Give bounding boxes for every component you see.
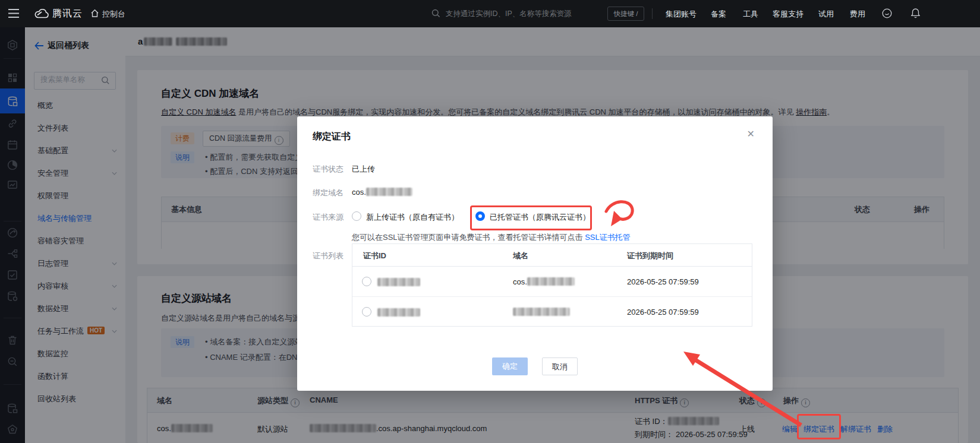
cert-table-header-row: 证书ID 域名 证书到期时间 [352,244,752,267]
confirm-button[interactable]: 确定 [492,357,528,375]
bind-domain-label: 绑定域名 [313,188,344,198]
nav-tools[interactable]: 工具 [743,9,758,20]
bind-certificate-modal: 绑定证书 ✕ 证书状态 已上传 绑定域名 cos. 证书来源 新上传证书（原自有… [297,116,773,391]
bind-domain-value: cos. [352,188,412,197]
cert-table-row[interactable]: cos. 2026-05-25 07:59:59 [352,267,752,297]
nav-billing[interactable]: 费用 [850,9,865,20]
tencent-cloud-logo-icon[interactable] [33,7,50,20]
cert-status-label: 证书状态 [313,164,344,175]
radio-new-upload-cert[interactable] [352,211,361,221]
nav-support[interactable]: 客服支持 [773,9,803,20]
shortcut-key-button[interactable]: 快捷键 / [607,7,644,21]
modal-title: 绑定证书 [313,131,351,143]
topbar-divider [652,8,653,19]
brand-name[interactable]: 腾讯云 [52,8,83,20]
radio-new-upload-label[interactable]: 新上传证书（原自有证书） [366,212,459,223]
console-screen: 腾讯云 控制台 快捷键 / 集团账号 备案 工具 客服支持 试用 费用 [0,0,980,443]
cell-expire: 2026-05-25 07:59:59 [627,308,699,317]
assistant-icon[interactable] [882,8,892,18]
cert-status-value: 已上传 [352,164,375,175]
home-icon [90,9,99,18]
radio-cert-row-1[interactable] [362,277,371,286]
close-icon[interactable]: ✕ [747,129,755,139]
annotation-box-hosted-radio [470,205,592,230]
redacted-cert-id [377,278,420,286]
cancel-button[interactable]: 取消 [542,357,578,375]
column-expire-time: 证书到期时间 [627,251,673,261]
cert-source-label: 证书来源 [313,212,344,223]
cell-domain [513,308,570,317]
column-cert-id: 证书ID [363,251,386,261]
annotation-box-bind-cert-link [797,414,841,439]
notification-bell-icon[interactable] [910,8,921,18]
cell-expire: 2026-05-25 07:59:59 [627,277,699,286]
nav-icp-filing[interactable]: 备案 [711,9,726,20]
nav-group-account[interactable]: 集团账号 [666,9,697,20]
ssl-cert-hosting-link[interactable]: SSL证书托管 [585,233,631,242]
cert-list-label: 证书列表 [313,251,344,261]
search-icon [431,9,440,18]
cert-list-table: 证书ID 域名 证书到期时间 cos. 2026-05-25 07:59:59 … [352,243,752,327]
top-navbar: 腾讯云 控制台 快捷键 / 集团账号 备案 工具 客服支持 试用 费用 [0,0,980,27]
console-link[interactable]: 控制台 [102,9,125,20]
hamburger-menu-icon[interactable] [8,9,19,18]
cert-helper-text: 您可以在SSL证书管理页面申请免费证书，查看托管证书详情可点击 SSL证书托管 [352,232,631,243]
redacted-cert-id [377,308,420,317]
nav-trial[interactable]: 试用 [818,9,834,20]
global-search-input[interactable] [445,9,601,18]
cert-table-row[interactable]: 2026-05-25 07:59:59 [352,297,752,327]
column-domain: 域名 [513,251,528,261]
cell-domain: cos. [513,277,575,286]
radio-cert-row-2[interactable] [362,307,371,317]
